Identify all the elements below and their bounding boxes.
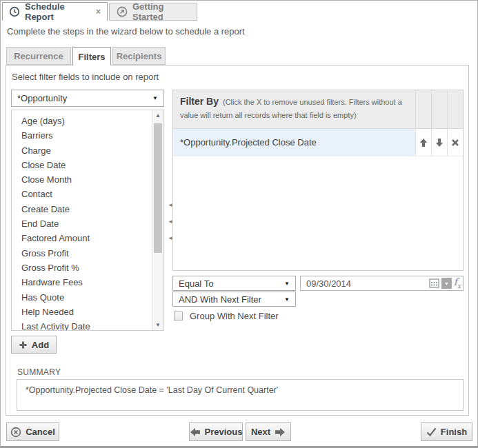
list-item[interactable]: Help Needed — [12, 305, 152, 319]
condition-select-value: Equal To — [179, 278, 213, 289]
move-down-button[interactable] — [431, 129, 447, 156]
chevron-down-icon: ▼ — [284, 296, 290, 303]
tab-schedule-report-label: Schedule Report — [25, 1, 91, 22]
list-item[interactable]: Contact — [12, 187, 152, 201]
arrow-left-icon — [190, 427, 201, 437]
filter-value-field: ▼ fx — [300, 276, 464, 291]
filter-by-header: Filter By(Click the X to remove unused f… — [173, 90, 463, 129]
tab-filters[interactable]: Filters — [72, 47, 111, 65]
list-item[interactable]: Factored Amount — [12, 231, 152, 245]
formula-fx-icon[interactable]: fx — [454, 277, 461, 289]
list-item[interactable]: Create Date — [12, 202, 152, 216]
arrow-up-icon — [419, 138, 428, 147]
tab-filters-label: Filters — [78, 52, 105, 62]
field-listbox: Age (days) Barriers Charge Close Date Cl… — [11, 110, 164, 331]
plus-icon — [19, 340, 28, 349]
cancel-button[interactable]: Cancel — [6, 422, 59, 441]
list-item[interactable]: Barriers — [12, 128, 152, 143]
cancel-button-label: Cancel — [26, 427, 55, 437]
filter-value-input[interactable] — [306, 278, 427, 289]
remove-filter-button[interactable] — [447, 129, 463, 156]
summary-label: SUMMARY — [17, 367, 61, 377]
clock-icon — [9, 6, 20, 17]
value-dropdown-button[interactable]: ▼ — [441, 278, 452, 289]
header-cell-move-down — [431, 90, 447, 128]
previous-button-label: Previous — [205, 427, 243, 437]
tab-recurrence-label: Recurrence — [14, 51, 63, 61]
scroll-up-icon[interactable]: ▲ — [152, 112, 163, 119]
wizard-intro-text: Complete the steps in the wizard below t… — [7, 26, 245, 37]
next-button-label: Next — [251, 427, 270, 437]
filter-by-body — [173, 156, 463, 270]
summary-box: *Opportunity.Projected Close Date = 'Las… — [17, 379, 464, 411]
filter-row-field-label: *Opportunity.Projected Close Date — [180, 137, 317, 147]
list-item[interactable]: End Date — [12, 216, 152, 231]
filter-by-title: Filter By — [180, 96, 219, 107]
finish-button-label: Finish — [441, 427, 467, 437]
close-tab-icon[interactable]: × — [96, 7, 101, 17]
operator-select[interactable]: AND With Next Filter ▼ — [172, 292, 296, 307]
filter-by-header-text: Filter By(Click the X to remove unused f… — [173, 90, 415, 128]
category-select[interactable]: *Opportunity ▼ — [11, 90, 164, 107]
scroll-down-icon[interactable]: ▼ — [152, 322, 163, 328]
move-up-button[interactable] — [415, 129, 431, 156]
schedule-report-window: Schedule Report × Getting Started Comple… — [0, 0, 478, 448]
list-item[interactable]: Close Date — [12, 158, 152, 172]
finish-button[interactable]: Finish — [421, 422, 472, 441]
header-cell-remove — [447, 90, 463, 128]
chevron-down-icon: ▼ — [284, 281, 290, 287]
list-item[interactable]: Last Activity Date — [12, 319, 152, 331]
filter-row-field[interactable]: *Opportunity.Projected Close Date — [173, 129, 415, 156]
tab-getting-started[interactable]: Getting Started — [109, 3, 197, 21]
filters-panel: Select filter fields to include on repor… — [6, 65, 469, 416]
scrollbar-thumb[interactable] — [154, 123, 162, 253]
list-item[interactable]: Hardware Fees — [12, 275, 152, 289]
launch-icon — [117, 6, 128, 17]
chevron-down-icon: ▼ — [444, 281, 449, 286]
tab-getting-started-label: Getting Started — [132, 1, 190, 22]
tab-recipients[interactable]: Recipients — [112, 47, 166, 65]
arrow-right-icon — [275, 427, 286, 437]
category-select-value: *Opportunity — [17, 93, 67, 103]
filter-row[interactable]: *Opportunity.Projected Close Date — [173, 129, 463, 156]
calendar-icon[interactable] — [429, 278, 439, 288]
operator-select-value: AND With Next Filter — [179, 294, 261, 305]
summary-text: *Opportunity.Projected Close Date = 'Las… — [26, 385, 278, 395]
list-item[interactable]: Gross Profit — [12, 246, 152, 261]
filter-by-grid: Filter By(Click the X to remove unused f… — [172, 90, 464, 271]
arrow-down-icon — [435, 138, 444, 147]
group-checkbox-label: Group With Next Filter — [190, 311, 279, 321]
check-icon — [426, 427, 437, 436]
previous-button[interactable]: Previous — [189, 422, 243, 441]
close-icon — [451, 139, 459, 147]
add-button[interactable]: Add — [11, 336, 57, 354]
list-scrollbar[interactable]: ▲ ▼ — [152, 110, 163, 330]
header-cell-move-up — [415, 90, 431, 128]
list-item[interactable]: Charge — [12, 143, 152, 158]
condition-select[interactable]: Equal To ▼ — [172, 276, 296, 291]
list-item[interactable]: Close Month — [12, 172, 152, 187]
cancel-circle-icon — [10, 427, 21, 438]
add-button-label: Add — [32, 340, 49, 350]
list-item[interactable]: Gross Profit % — [12, 261, 152, 275]
list-item[interactable]: Has Quote — [12, 290, 152, 305]
select-fields-label: Select filter fields to include on repor… — [12, 72, 159, 82]
group-checkbox[interactable] — [174, 312, 183, 320]
tab-recurrence[interactable]: Recurrence — [6, 47, 71, 65]
next-button[interactable]: Next — [246, 422, 291, 441]
tab-recipients-label: Recipients — [117, 51, 162, 61]
chevron-down-icon: ▼ — [152, 95, 158, 101]
group-with-next-filter: Group With Next Filter — [174, 311, 279, 321]
tab-schedule-report[interactable]: Schedule Report × — [2, 2, 108, 21]
list-item[interactable]: Age (days) — [12, 114, 152, 128]
